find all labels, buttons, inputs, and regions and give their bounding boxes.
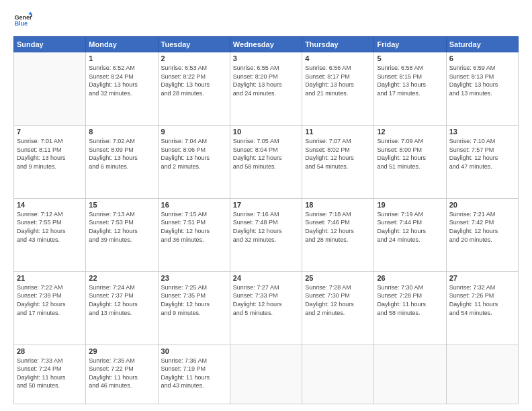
calendar-day-cell: 18Sunrise: 7:18 AM Sunset: 7:46 PM Dayli… [302,198,374,271]
day-number: 8 [89,128,154,136]
calendar-day-cell: 15Sunrise: 7:13 AM Sunset: 7:53 PM Dayli… [86,198,158,271]
calendar-week-row: 14Sunrise: 7:12 AM Sunset: 7:55 PM Dayli… [14,198,519,271]
calendar-day-cell: 26Sunrise: 7:30 AM Sunset: 7:28 PM Dayli… [374,271,446,345]
day-info: Sunrise: 7:12 AM Sunset: 7:55 PM Dayligh… [17,210,83,244]
calendar-day-cell: 3Sunrise: 6:55 AM Sunset: 8:20 PM Daylig… [230,52,302,126]
calendar-day-cell: 1Sunrise: 6:52 AM Sunset: 8:24 PM Daylig… [86,52,158,126]
day-info: Sunrise: 7:04 AM Sunset: 8:06 PM Dayligh… [161,137,227,171]
day-number: 3 [233,54,299,62]
calendar-day-cell: 27Sunrise: 7:32 AM Sunset: 7:26 PM Dayli… [446,271,518,345]
day-info: Sunrise: 6:58 AM Sunset: 8:15 PM Dayligh… [377,64,443,97]
calendar-day-cell: 16Sunrise: 7:15 AM Sunset: 7:51 PM Dayli… [158,198,230,271]
calendar-day-cell: 14Sunrise: 7:12 AM Sunset: 7:55 PM Dayli… [14,198,86,271]
day-number: 17 [233,201,299,209]
calendar-day-header: Monday [86,37,158,52]
day-info: Sunrise: 6:59 AM Sunset: 8:13 PM Dayligh… [449,64,515,97]
day-info: Sunrise: 7:21 AM Sunset: 7:42 PM Dayligh… [449,210,515,244]
day-info: Sunrise: 7:28 AM Sunset: 7:30 PM Dayligh… [305,283,371,317]
day-info: Sunrise: 7:16 AM Sunset: 7:48 PM Dayligh… [233,210,299,244]
day-number: 14 [17,201,83,209]
calendar-day-cell: 6Sunrise: 6:59 AM Sunset: 8:13 PM Daylig… [446,52,518,126]
calendar-day-cell: 25Sunrise: 7:28 AM Sunset: 7:30 PM Dayli… [302,271,374,345]
calendar-day-cell: 30Sunrise: 7:36 AM Sunset: 7:19 PM Dayli… [158,345,230,404]
svg-text:Blue: Blue [14,20,28,27]
day-info: Sunrise: 7:32 AM Sunset: 7:26 PM Dayligh… [449,283,515,317]
calendar-day-cell: 23Sunrise: 7:25 AM Sunset: 7:35 PM Dayli… [158,271,230,345]
day-info: Sunrise: 7:05 AM Sunset: 8:04 PM Dayligh… [233,137,299,171]
calendar-day-cell: 5Sunrise: 6:58 AM Sunset: 8:15 PM Daylig… [374,52,446,126]
calendar-day-cell: 8Sunrise: 7:02 AM Sunset: 8:09 PM Daylig… [86,125,158,198]
calendar-day-header: Saturday [446,37,518,52]
calendar-day-header: Sunday [14,37,86,52]
calendar-day-cell: 11Sunrise: 7:07 AM Sunset: 8:02 PM Dayli… [302,125,374,198]
calendar-day-header: Thursday [302,37,374,52]
calendar-day-cell [230,345,302,404]
day-info: Sunrise: 7:22 AM Sunset: 7:39 PM Dayligh… [17,283,83,317]
calendar-day-cell [446,345,518,404]
calendar-table: SundayMondayTuesdayWednesdayThursdayFrid… [13,36,519,404]
calendar-header-row: SundayMondayTuesdayWednesdayThursdayFrid… [14,37,519,52]
day-number: 12 [377,128,443,136]
calendar-week-row: 1Sunrise: 6:52 AM Sunset: 8:24 PM Daylig… [14,52,519,126]
calendar-day-cell: 17Sunrise: 7:16 AM Sunset: 7:48 PM Dayli… [230,198,302,271]
day-info: Sunrise: 6:53 AM Sunset: 8:22 PM Dayligh… [161,64,227,97]
logo: General Blue [13,11,32,30]
day-number: 22 [89,274,154,282]
day-number: 2 [161,54,227,62]
calendar-week-row: 28Sunrise: 7:33 AM Sunset: 7:24 PM Dayli… [14,345,519,404]
day-number: 13 [449,128,515,136]
calendar-day-cell: 22Sunrise: 7:24 AM Sunset: 7:37 PM Dayli… [86,271,158,345]
day-number: 20 [449,201,515,209]
calendar-day-cell [302,345,374,404]
day-number: 18 [305,201,371,209]
calendar-day-cell: 20Sunrise: 7:21 AM Sunset: 7:42 PM Dayli… [446,198,518,271]
day-info: Sunrise: 7:19 AM Sunset: 7:44 PM Dayligh… [377,210,443,244]
day-number: 24 [233,274,299,282]
day-info: Sunrise: 7:35 AM Sunset: 7:22 PM Dayligh… [89,357,154,390]
day-number: 27 [449,274,515,282]
svg-text:General: General [14,14,32,21]
day-number: 23 [161,274,227,282]
day-info: Sunrise: 6:55 AM Sunset: 8:20 PM Dayligh… [233,64,299,97]
day-info: Sunrise: 7:13 AM Sunset: 7:53 PM Dayligh… [89,210,154,244]
calendar-day-cell: 2Sunrise: 6:53 AM Sunset: 8:22 PM Daylig… [158,52,230,126]
day-info: Sunrise: 7:30 AM Sunset: 7:28 PM Dayligh… [377,283,443,317]
calendar-day-cell [374,345,446,404]
day-number: 15 [89,201,154,209]
day-info: Sunrise: 7:01 AM Sunset: 8:11 PM Dayligh… [17,137,83,171]
calendar-day-header: Friday [374,37,446,52]
calendar-day-cell: 19Sunrise: 7:19 AM Sunset: 7:44 PM Dayli… [374,198,446,271]
day-number: 30 [161,347,227,355]
calendar-day-cell: 10Sunrise: 7:05 AM Sunset: 8:04 PM Dayli… [230,125,302,198]
day-number: 16 [161,201,227,209]
svg-marker-2 [28,11,32,14]
calendar-day-cell: 28Sunrise: 7:33 AM Sunset: 7:24 PM Dayli… [14,345,86,404]
calendar-day-cell: 7Sunrise: 7:01 AM Sunset: 8:11 PM Daylig… [14,125,86,198]
calendar-week-row: 7Sunrise: 7:01 AM Sunset: 8:11 PM Daylig… [14,125,519,198]
day-info: Sunrise: 7:10 AM Sunset: 7:57 PM Dayligh… [449,137,515,171]
day-info: Sunrise: 7:09 AM Sunset: 8:00 PM Dayligh… [377,137,443,171]
day-number: 11 [305,128,371,136]
day-number: 7 [17,128,83,136]
day-number: 6 [449,54,515,62]
logo-icon: General Blue [13,11,32,30]
day-info: Sunrise: 7:07 AM Sunset: 8:02 PM Dayligh… [305,137,371,171]
day-number: 1 [89,54,154,62]
calendar-day-cell: 12Sunrise: 7:09 AM Sunset: 8:00 PM Dayli… [374,125,446,198]
day-info: Sunrise: 6:52 AM Sunset: 8:24 PM Dayligh… [89,64,154,97]
day-info: Sunrise: 7:24 AM Sunset: 7:37 PM Dayligh… [89,283,154,317]
day-info: Sunrise: 7:33 AM Sunset: 7:24 PM Dayligh… [17,357,83,390]
day-info: Sunrise: 6:56 AM Sunset: 8:17 PM Dayligh… [305,64,371,97]
day-number: 29 [89,347,154,355]
calendar-day-cell: 9Sunrise: 7:04 AM Sunset: 8:06 PM Daylig… [158,125,230,198]
day-info: Sunrise: 7:27 AM Sunset: 7:33 PM Dayligh… [233,283,299,317]
day-info: Sunrise: 7:15 AM Sunset: 7:51 PM Dayligh… [161,210,227,244]
calendar-day-cell: 4Sunrise: 6:56 AM Sunset: 8:17 PM Daylig… [302,52,374,126]
page-header: General Blue [13,11,519,30]
calendar-day-cell: 13Sunrise: 7:10 AM Sunset: 7:57 PM Dayli… [446,125,518,198]
day-info: Sunrise: 7:36 AM Sunset: 7:19 PM Dayligh… [161,357,227,390]
day-info: Sunrise: 7:18 AM Sunset: 7:46 PM Dayligh… [305,210,371,244]
day-number: 5 [377,54,443,62]
day-number: 4 [305,54,371,62]
day-number: 19 [377,201,443,209]
